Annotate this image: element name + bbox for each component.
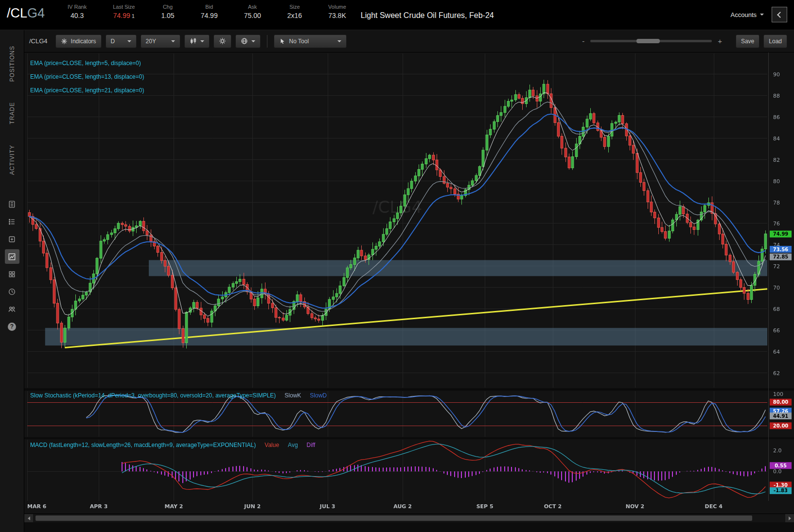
chevron-down-icon [127,40,131,42]
chart-toolbar: /CLG4 Indicators D 20Y No Tool [24,30,794,52]
toolbar-divider [267,35,267,48]
drawing-tool-dropdown[interactable]: No Tool [274,34,347,48]
last-size-value: 1 [132,13,135,19]
accounts-menu[interactable]: Accounts [731,11,764,18]
chevron-left-icon [777,12,783,18]
drawing-tool-value: No Tool [289,38,309,45]
globe-grid-icon [241,37,248,45]
symbol-root: /CL [7,6,27,20]
sidebar-icon-rail: ? [5,197,19,334]
help-glyph: ? [8,323,16,331]
chg-field: Chg 1.05 [161,4,174,19]
instrument-description: Light Sweet Crude Oil Futures, Feb-24 [361,11,494,20]
collapse-panel-button[interactable] [772,7,787,22]
ask-field: Ask 75.00 [244,4,261,19]
bid-value: 74.99 [201,12,218,19]
volume-label: Volume [328,4,346,10]
gear-icon [219,37,226,45]
cursor-icon [279,38,286,45]
last-size-field: Last Size 74.991 [113,4,135,19]
chart-horizontal-scrollbar [24,514,794,522]
accounts-label: Accounts [731,11,757,18]
sidebar-tab-trade[interactable]: TRADE [9,102,16,124]
time-range-value: 20Y [146,38,156,45]
scroll-left-button[interactable] [24,514,33,522]
iv-rank-field: IV Rank 40.3 [68,4,87,19]
arrow-left-icon [28,516,30,520]
bottom-filler [24,522,794,532]
scroll-right-button[interactable] [785,514,794,522]
chart-icon[interactable] [5,249,19,264]
candlestick-chart-icon [190,37,197,45]
bid-field: Bid 74.99 [201,4,218,19]
scrollbar-track[interactable] [33,514,785,522]
symbol-month-code: G4 [27,6,45,20]
chevron-down-icon [200,40,204,42]
indicators-button[interactable]: Indicators [55,34,102,48]
zoom-slider[interactable] [590,40,712,42]
sidebar-tab-activity[interactable]: ACTIVITY [9,145,16,175]
load-button[interactable]: Load [763,34,787,48]
quote-header: /CLG4 IV Rank 40.3 Last Size 74.991 Chg … [0,0,794,30]
sidebar-tab-positions[interactable]: POSITIONS [9,46,16,82]
aggregation-period-dropdown[interactable]: D [106,34,137,48]
header-right: Accounts [731,7,787,22]
community-people-icon[interactable] [5,302,19,316]
volume-value: 73.8K [328,12,346,19]
chart-type-dropdown[interactable] [184,34,210,48]
chg-value: 1.05 [161,12,174,19]
aggregation-period-value: D [111,38,115,45]
ask-value: 75.00 [244,12,261,19]
apps-grid-icon[interactable] [5,267,19,281]
ledger-list-icon[interactable] [5,214,19,229]
size-field: Size 2x16 [287,4,302,19]
zoom-out-button[interactable]: - [582,37,584,45]
left-sidebar: POSITIONS TRADE ACTIVITY [0,30,24,532]
iv-rank-value: 40.3 [68,12,87,19]
zoom-in-button[interactable]: + [718,37,722,45]
zoom-control: - + [582,37,722,45]
help-icon[interactable]: ? [5,319,19,334]
chart-symbol-label: /CLG4 [29,37,48,45]
trade-ticket-icon[interactable] [5,232,19,246]
journal-icon[interactable] [5,197,19,211]
bid-label: Bid [201,4,218,10]
time-range-dropdown[interactable]: 20Y [141,34,180,48]
chart-layout-dropdown[interactable] [235,34,261,48]
chart-settings-button[interactable] [213,34,231,48]
save-button[interactable]: Save [736,34,759,48]
indicators-burst-icon [61,38,68,45]
zoom-slider-thumb[interactable] [636,39,660,43]
size-label: Size [287,4,302,10]
chevron-down-icon [337,40,341,42]
last-size-label: Last Size [113,4,135,10]
history-clock-icon[interactable] [5,284,19,299]
scrollbar-thumb[interactable] [35,515,752,521]
volume-field: Volume 73.8K [328,4,346,19]
header-symbol: /CLG4 [7,6,68,21]
ask-label: Ask [244,4,261,10]
last-value: 74.99 [113,12,130,19]
chg-label: Chg [161,4,174,10]
chart-canvas[interactable] [24,52,794,513]
indicators-label: Indicators [71,38,96,45]
chevron-down-icon [251,40,255,42]
arrow-right-icon [789,516,791,520]
iv-rank-label: IV Rank [68,4,87,10]
size-value: 2x16 [287,12,302,19]
chevron-down-icon [760,14,764,16]
trading-platform-window: /CLG4 IV Rank 40.3 Last Size 74.991 Chg … [0,0,794,532]
chevron-down-icon [171,40,175,42]
